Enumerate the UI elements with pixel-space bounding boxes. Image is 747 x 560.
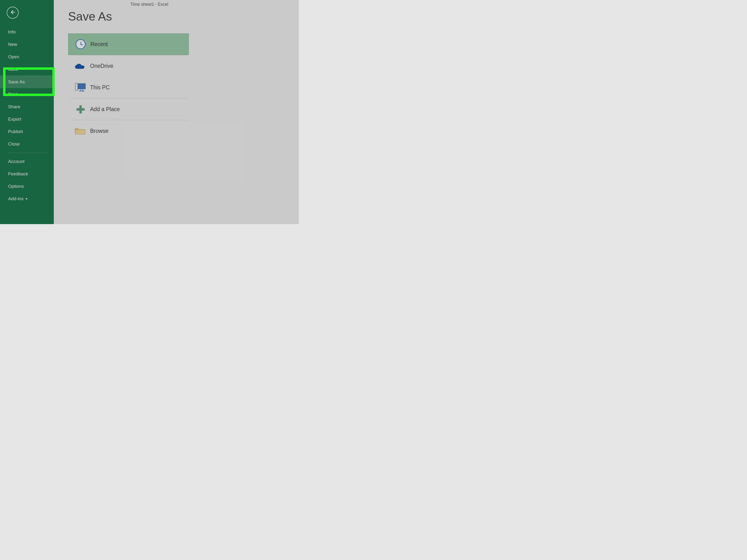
arrow-left-icon <box>10 9 16 16</box>
menu-item-save[interactable]: Save <box>0 63 54 76</box>
location-recent[interactable]: Recent <box>68 33 189 55</box>
location-label: Recent <box>91 41 108 48</box>
location-add-place[interactable]: Add a Place <box>68 99 189 120</box>
menu-item-export[interactable]: Export <box>0 113 54 126</box>
menu-label: Add-ins <box>8 196 23 201</box>
menu-item-save-as[interactable]: Save As <box>0 76 54 88</box>
folder-icon <box>73 127 88 135</box>
svg-rect-0 <box>75 83 78 90</box>
menu-item-open[interactable]: Open <box>0 51 54 63</box>
location-label: Add a Place <box>90 106 120 112</box>
menu-item-options[interactable]: Options <box>0 180 54 192</box>
menu-label: Save <box>8 66 19 72</box>
clock-icon <box>76 39 85 49</box>
menu-label: Info <box>8 29 16 34</box>
menu-item-publish[interactable]: Publish <box>0 126 54 138</box>
menu-label: New <box>8 42 17 47</box>
menu-label: Print <box>8 92 18 97</box>
save-locations-list: Recent OneDrive <box>68 33 189 142</box>
svg-rect-1 <box>78 84 85 89</box>
menu-label: Account <box>8 159 25 164</box>
menu-label: Options <box>8 184 24 189</box>
menu-item-print[interactable]: Print <box>0 88 54 101</box>
location-browse[interactable]: Browse <box>68 120 189 142</box>
backstage-sidebar: Info New Open Save Save As Print Share E… <box>0 0 54 224</box>
page-title: Save As <box>68 9 284 23</box>
menu-label: Feedback <box>8 171 28 176</box>
location-onedrive[interactable]: OneDrive <box>68 55 189 77</box>
plus-icon <box>76 105 85 113</box>
location-label: Browse <box>90 128 108 134</box>
menu-label: Close <box>8 141 20 146</box>
menu-item-info[interactable]: Info <box>0 26 54 38</box>
backstage-menu: Info New Open Save Save As Print Share E… <box>0 26 54 205</box>
menu-label: Export <box>8 116 21 122</box>
menu-item-close[interactable]: Close <box>0 138 54 150</box>
menu-item-share[interactable]: Share <box>0 101 54 113</box>
location-label: OneDrive <box>90 63 113 69</box>
menu-label: Save As <box>8 79 25 84</box>
menu-item-addins[interactable]: Add-ins <box>0 192 54 205</box>
location-label: This PC <box>90 84 110 91</box>
cloud-icon <box>73 62 88 70</box>
menu-item-account[interactable]: Account <box>0 155 54 168</box>
back-button[interactable] <box>7 7 19 19</box>
menu-label: Share <box>8 104 20 109</box>
monitor-icon <box>73 82 88 93</box>
backstage-main: Save As Recent OneDrive <box>54 0 299 224</box>
menu-item-new[interactable]: New <box>0 38 54 51</box>
menu-item-feedback[interactable]: Feedback <box>0 168 54 180</box>
menu-label: Publish <box>8 129 23 134</box>
location-this-pc[interactable]: This PC <box>68 77 189 98</box>
menu-label: Open <box>8 54 19 59</box>
menu-separator <box>8 153 47 153</box>
